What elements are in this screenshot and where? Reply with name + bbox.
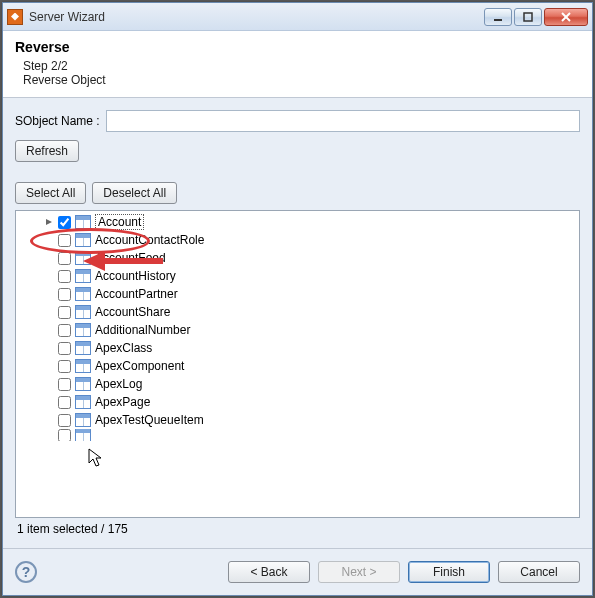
table-icon xyxy=(75,233,91,247)
list-item-label: AccountHistory xyxy=(95,269,176,283)
table-icon xyxy=(75,429,91,441)
list-item-label: ApexClass xyxy=(95,341,152,355)
window-title: Server Wizard xyxy=(29,10,484,24)
list-item-label: AccountPartner xyxy=(95,287,178,301)
wizard-body: SObject Name : Refresh Select All Desele… xyxy=(3,98,592,548)
wizard-subtitle: Reverse Object xyxy=(23,73,580,87)
list-item-label: AdditionalNumber xyxy=(95,323,190,337)
list-item-label: AccountContactRole xyxy=(95,233,204,247)
list-item[interactable]: AccountShare xyxy=(20,303,575,321)
list-item-checkbox[interactable] xyxy=(58,216,71,229)
list-item-checkbox[interactable] xyxy=(58,378,71,391)
list-item-label: ApexLog xyxy=(95,377,142,391)
list-item[interactable]: ApexPage xyxy=(20,393,575,411)
list-item-checkbox[interactable] xyxy=(58,414,71,427)
sobject-name-row: SObject Name : xyxy=(15,110,580,132)
list-item[interactable]: AccountHistory xyxy=(20,267,575,285)
list-item-checkbox[interactable] xyxy=(58,360,71,373)
table-icon xyxy=(75,305,91,319)
sobject-name-input[interactable] xyxy=(106,110,580,132)
table-icon xyxy=(75,341,91,355)
table-icon xyxy=(75,395,91,409)
list-item[interactable]: AccountFeed xyxy=(20,249,575,267)
refresh-row: Refresh xyxy=(15,140,580,162)
object-list[interactable]: AccountAccountContactRoleAccountFeedAcco… xyxy=(15,210,580,518)
list-item[interactable]: AdditionalNumber xyxy=(20,321,575,339)
tree-expand-icon[interactable] xyxy=(44,217,54,227)
selection-status: 1 item selected / 175 xyxy=(15,518,580,536)
list-item-checkbox[interactable] xyxy=(58,288,71,301)
wizard-heading: Reverse xyxy=(15,39,580,55)
list-item-label: ApexComponent xyxy=(95,359,184,373)
list-item[interactable]: AccountPartner xyxy=(20,285,575,303)
maximize-button[interactable] xyxy=(514,8,542,26)
finish-button[interactable]: Finish xyxy=(408,561,490,583)
list-item-label: AccountShare xyxy=(95,305,170,319)
list-item-checkbox[interactable] xyxy=(58,270,71,283)
table-icon xyxy=(75,251,91,265)
next-button: Next > xyxy=(318,561,400,583)
help-icon[interactable]: ? xyxy=(15,561,37,583)
table-icon xyxy=(75,323,91,337)
select-all-button[interactable]: Select All xyxy=(15,182,86,204)
table-icon xyxy=(75,287,91,301)
table-icon xyxy=(75,269,91,283)
list-item-label: Account xyxy=(95,214,144,230)
selection-button-row: Select All Deselect All xyxy=(15,182,580,204)
list-item-label: AccountFeed xyxy=(95,251,166,265)
list-item-checkbox[interactable] xyxy=(58,342,71,355)
cancel-button[interactable]: Cancel xyxy=(498,561,580,583)
list-item-checkbox[interactable] xyxy=(58,234,71,247)
wizard-step: Step 2/2 xyxy=(23,59,580,73)
table-icon xyxy=(75,377,91,391)
table-icon xyxy=(75,359,91,373)
list-item-checkbox[interactable] xyxy=(58,324,71,337)
title-bar: Server Wizard xyxy=(3,3,592,31)
list-item[interactable]: ApexComponent xyxy=(20,357,575,375)
list-item-checkbox[interactable] xyxy=(58,396,71,409)
wizard-window: Server Wizard Reverse Step 2/2 Reverse O… xyxy=(2,2,593,596)
list-item[interactable]: ApexClass xyxy=(20,339,575,357)
table-icon xyxy=(75,413,91,427)
list-item-label: ApexTestQueueItem xyxy=(95,413,204,427)
svg-rect-1 xyxy=(524,13,532,21)
list-item[interactable]: ApexLog xyxy=(20,375,575,393)
list-item-checkbox[interactable] xyxy=(58,306,71,319)
list-item[interactable]: AccountContactRole xyxy=(20,231,575,249)
list-item-checkbox[interactable] xyxy=(58,252,71,265)
wizard-header: Reverse Step 2/2 Reverse Object xyxy=(3,31,592,98)
list-item-checkbox[interactable] xyxy=(58,429,71,441)
list-item[interactable]: Account xyxy=(20,213,575,231)
list-item[interactable] xyxy=(20,429,575,441)
window-controls xyxy=(484,8,588,26)
list-item[interactable]: ApexTestQueueItem xyxy=(20,411,575,429)
app-icon xyxy=(7,9,23,25)
wizard-footer: ? < Back Next > Finish Cancel xyxy=(3,548,592,595)
table-icon xyxy=(75,215,91,229)
sobject-name-label: SObject Name : xyxy=(15,114,100,128)
list-item-label: ApexPage xyxy=(95,395,150,409)
minimize-button[interactable] xyxy=(484,8,512,26)
close-button[interactable] xyxy=(544,8,588,26)
deselect-all-button[interactable]: Deselect All xyxy=(92,182,177,204)
refresh-button[interactable]: Refresh xyxy=(15,140,79,162)
back-button[interactable]: < Back xyxy=(228,561,310,583)
